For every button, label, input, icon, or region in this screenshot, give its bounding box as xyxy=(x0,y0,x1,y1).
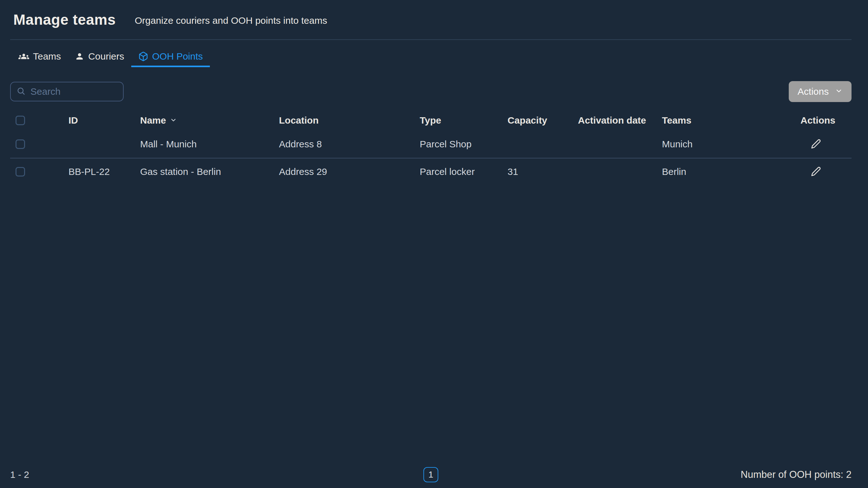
page-header: Manage teams Organize couriers and OOH p… xyxy=(10,0,851,40)
cell-type: Parcel Shop xyxy=(420,139,507,150)
cell-type: Parcel locker xyxy=(420,166,507,177)
chevron-down-icon xyxy=(835,86,843,97)
cell-capacity: 31 xyxy=(507,166,578,177)
column-header-location[interactable]: Location xyxy=(279,115,420,126)
page-subtitle: Organize couriers and OOH points into te… xyxy=(135,13,327,26)
column-header-id[interactable]: ID xyxy=(68,115,140,126)
tab-label: Teams xyxy=(33,51,61,62)
row-checkbox-cell xyxy=(10,139,68,149)
column-header-name[interactable]: Name xyxy=(140,115,279,126)
cell-teams: Munich xyxy=(662,139,801,150)
edit-icon xyxy=(811,166,821,177)
person-icon xyxy=(75,52,84,61)
actions-button[interactable]: Actions xyxy=(789,81,851,102)
table-toolbar: Actions xyxy=(10,81,851,102)
cell-teams: Berlin xyxy=(662,166,801,177)
cell-location: Address 29 xyxy=(279,166,420,177)
manage-teams-page: Manage teams Organize couriers and OOH p… xyxy=(0,0,868,488)
cell-name: Mall - Munich xyxy=(140,139,279,150)
edit-button[interactable] xyxy=(811,139,821,150)
tab-ooh-points[interactable]: OOH Points xyxy=(131,47,210,67)
select-all-checkbox[interactable] xyxy=(16,116,25,125)
cell-id: BB-PL-22 xyxy=(68,166,140,177)
search-box[interactable] xyxy=(10,82,124,101)
total-count-label: Number of OOH points: 2 xyxy=(741,469,851,480)
column-header-activation-date[interactable]: Activation date xyxy=(578,115,662,126)
page-title: Manage teams xyxy=(13,11,116,28)
edit-icon xyxy=(811,139,821,150)
table-row: Mall - Munich Address 8 Parcel Shop Muni… xyxy=(10,131,851,158)
table-header-row: ID Name Location Type Capacity Activatio… xyxy=(10,110,851,131)
column-header-type[interactable]: Type xyxy=(420,115,507,126)
groups-icon xyxy=(19,51,29,62)
header-checkbox-cell xyxy=(10,116,68,125)
tab-bar: Teams Couriers OOH Points xyxy=(10,47,851,67)
cell-location: Address 8 xyxy=(279,139,420,150)
sort-chevron-icon xyxy=(170,115,177,126)
tab-teams[interactable]: Teams xyxy=(11,47,68,67)
row-checkbox-cell xyxy=(10,167,68,176)
column-header-teams[interactable]: Teams xyxy=(662,115,801,126)
package-icon xyxy=(138,51,148,62)
ooh-points-table: ID Name Location Type Capacity Activatio… xyxy=(10,110,851,185)
column-header-actions: Actions xyxy=(801,115,851,126)
table-footer: 1 - 2 1 Number of OOH points: 2 xyxy=(10,467,851,483)
column-header-name-label: Name xyxy=(140,115,166,126)
tab-label: OOH Points xyxy=(152,51,203,62)
row-checkbox[interactable] xyxy=(16,139,25,149)
visible-range-label: 1 - 2 xyxy=(10,469,29,480)
tab-couriers[interactable]: Couriers xyxy=(68,47,131,67)
search-icon xyxy=(17,87,25,97)
page-1-button[interactable]: 1 xyxy=(424,467,438,482)
cell-name: Gas station - Berlin xyxy=(140,166,279,177)
edit-button[interactable] xyxy=(811,166,821,177)
actions-button-label: Actions xyxy=(798,86,829,97)
row-checkbox[interactable] xyxy=(16,167,25,176)
cell-actions xyxy=(801,139,851,150)
tab-label: Couriers xyxy=(88,51,124,62)
column-header-capacity[interactable]: Capacity xyxy=(507,115,578,126)
search-input[interactable] xyxy=(30,86,118,97)
cell-actions xyxy=(801,166,851,177)
table-row: BB-PL-22 Gas station - Berlin Address 29… xyxy=(10,158,851,185)
